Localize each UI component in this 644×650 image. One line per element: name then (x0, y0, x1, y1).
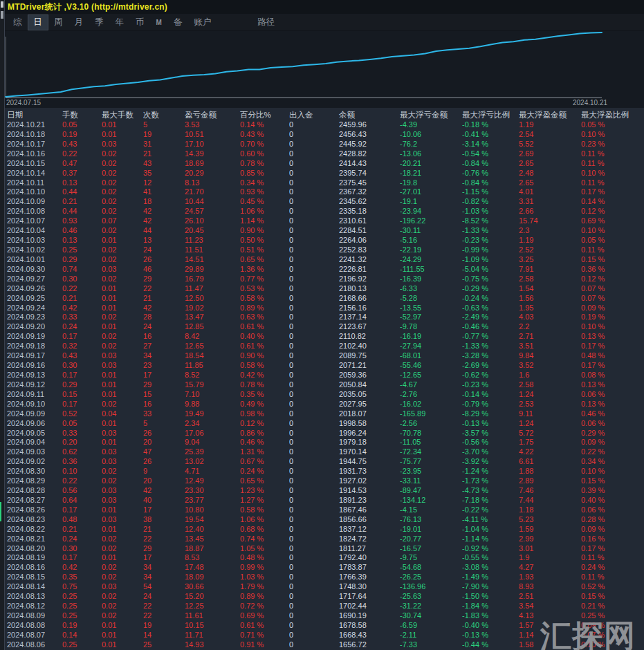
cell: 2414.43 (339, 159, 400, 169)
tab-0[interactable]: 综 (8, 15, 28, 30)
cell: -3.28 % (462, 351, 519, 361)
table-row[interactable]: 2024.08.200.300.022918.871.05 %01811.27-… (5, 544, 644, 554)
table-row[interactable]: 2024.10.040.460.024420.450.90 %02284.51-… (5, 226, 644, 236)
table-row[interactable]: 2024.10.140.370.023520.290.85 %02395.74-… (5, 169, 644, 178)
column-header[interactable]: 手数 (62, 109, 102, 120)
table-row[interactable]: 2024.09.110.150.01157.100.35 %02035.05-2… (5, 390, 644, 400)
column-header[interactable]: 余额 (339, 109, 400, 120)
table-row[interactable]: 2024.09.100.170.02169.880.49 %02027.95-1… (5, 400, 644, 409)
table-row[interactable]: 2024.10.100.440.024121.700.93 %02367.32-… (5, 187, 644, 197)
tab-m[interactable]: M (151, 17, 167, 28)
table-row[interactable]: 2024.08.140.750.035430.661.79 %01748.30-… (5, 582, 644, 592)
cell: -18.21 (400, 169, 462, 178)
table-row[interactable]: 2024.10.030.130.011311.230.50 %02264.06-… (5, 236, 644, 245)
cell: 0.40 % (581, 496, 644, 505)
daily-stats-table[interactable]: 2024.10.210.050.0153.530.14 %02459.96-4.… (5, 120, 644, 650)
cell: 15.79 (185, 380, 240, 390)
cell: 26.10 (185, 216, 240, 226)
table-row[interactable]: 2024.09.180.320.022712.650.61 %02102.40-… (5, 342, 644, 351)
cell: 0.75 (62, 582, 102, 592)
cell: 0.03 (102, 515, 143, 525)
column-header[interactable]: 最大浮盈金额 (519, 109, 581, 120)
column-header[interactable]: 最大手数 (102, 109, 143, 120)
cell: 2252.83 (339, 245, 400, 255)
cell: 15.74 (519, 216, 581, 226)
tab-5[interactable]: 年 (110, 15, 130, 30)
column-header[interactable]: 出入金 (289, 109, 339, 120)
table-row[interactable]: 2024.10.180.190.011910.510.43 %02456.43-… (5, 130, 644, 140)
table-row[interactable]: 2024.08.260.170.011710.800.58 %01867.46-… (5, 505, 644, 515)
table-row[interactable]: 2024.09.090.520.043319.490.98 %02018.07-… (5, 409, 644, 419)
table-row[interactable]: 2024.08.210.240.022213.450.74 %01824.72-… (5, 535, 644, 544)
column-header[interactable]: 盈亏金额 (185, 109, 240, 120)
cell: 0.09 % (581, 304, 644, 313)
column-header[interactable]: 最大浮亏金额 (400, 109, 462, 120)
table-row[interactable]: 2024.09.250.210.012112.500.58 %02168.66-… (5, 294, 644, 304)
table-row[interactable]: 2024.10.010.290.022614.510.65 %02241.32-… (5, 255, 644, 265)
table-row[interactable]: 2024.09.060.050.0152.340.12 %01998.58-2.… (5, 419, 644, 429)
table-row[interactable]: 2024.09.020.360.032613.020.67 %01944.75-… (5, 457, 644, 467)
table-row[interactable]: 2024.09.260.220.012211.470.53 %02180.13-… (5, 284, 644, 294)
table-row[interactable]: 2024.08.160.420.023417.480.99 %01783.87-… (5, 563, 644, 573)
tab-1[interactable]: 日 (28, 15, 48, 30)
cell: 2.99 (519, 535, 581, 544)
table-row[interactable]: 2024.10.110.130.02128.130.34 %02375.45-1… (5, 178, 644, 188)
table-row[interactable]: 2024.09.230.330.022813.470.63 %02137.14-… (5, 313, 644, 322)
table-row[interactable]: 2024.10.080.440.024224.571.06 %02335.18-… (5, 207, 644, 216)
table-row[interactable]: 2024.08.270.640.034023.771.27 %01891.23-… (5, 496, 644, 505)
table-row[interactable]: 2024.09.170.430.033418.540.90 %02089.75-… (5, 351, 644, 361)
table-row[interactable]: 2024.09.030.620.034725.391.31 %01970.14-… (5, 447, 644, 457)
path-button[interactable]: 路径 (257, 17, 275, 28)
table-row[interactable]: 2024.10.210.050.0153.530.14 %02459.96-4.… (5, 120, 644, 130)
tab-6[interactable]: 币 (130, 15, 150, 30)
column-header[interactable]: 日期 (7, 109, 62, 120)
tab-8[interactable]: 备 (168, 15, 188, 30)
table-row[interactable]: 2024.08.190.170.01178.530.48 %01792.40-9… (5, 553, 644, 563)
column-header[interactable]: 百分比% (240, 109, 289, 120)
cell: 2024.09.04 (7, 438, 62, 447)
table-row[interactable]: 2024.08.280.560.034223.301.23 %01914.53-… (5, 486, 644, 496)
cell: 1970.14 (339, 447, 400, 457)
cell: 0.33 (62, 313, 102, 322)
cell: 2.71 (519, 332, 581, 342)
table-row[interactable]: 2024.08.150.350.023418.091.03 %01766.39-… (5, 573, 644, 582)
table-row[interactable]: 2024.10.020.250.022411.510.51 %02252.83-… (5, 245, 644, 255)
title-bar[interactable]: MTDriver统计 ,V3.10 (http://mtdriver.cn) (5, 0, 644, 14)
tab-2[interactable]: 周 (48, 15, 68, 30)
table-row[interactable]: 2024.08.130.250.022415.200.89 %01717.64-… (5, 592, 644, 602)
table-row[interactable]: 2024.09.050.330.032617.060.86 %01996.24-… (5, 429, 644, 438)
cell: 0 (289, 178, 339, 188)
table-row[interactable]: 2024.09.200.240.012412.850.61 %02123.67-… (5, 322, 644, 332)
tab-9[interactable]: 账户 (188, 15, 217, 30)
table-row[interactable]: 2024.10.170.430.033117.100.70 %02445.92-… (5, 140, 644, 149)
table-row[interactable]: 2024.08.290.220.022012.490.65 %01927.02-… (5, 476, 644, 486)
table-row[interactable]: 2024.09.270.300.022916.790.77 %02196.92-… (5, 275, 644, 284)
table-row[interactable]: 2024.10.070.930.074226.101.14 %02310.61-… (5, 216, 644, 226)
tab-4[interactable]: 季 (89, 15, 109, 30)
table-row[interactable]: 2024.09.130.170.01178.520.42 %02059.36-1… (5, 371, 644, 380)
table-row[interactable]: 2024.10.160.220.022114.390.60 %02428.82-… (5, 149, 644, 159)
table-row[interactable]: 2024.10.150.470.024318.690.78 %02414.43-… (5, 159, 644, 169)
table-row[interactable]: 2024.08.120.250.022212.250.72 %01702.44-… (5, 602, 644, 611)
table-row[interactable]: 2024.09.240.420.014219.020.89 %02156.16-… (5, 304, 644, 313)
cell: 0.42 (62, 304, 102, 313)
table-row[interactable]: 2024.09.160.300.032311.850.58 %02071.21-… (5, 361, 644, 371)
table-row[interactable]: 2024.08.300.100.0294.710.24 %01931.73-23… (5, 467, 644, 476)
table-row[interactable]: 2024.09.120.290.012915.790.78 %02050.84-… (5, 380, 644, 390)
column-header[interactable]: 最大浮盈比例 (581, 109, 644, 120)
table-row[interactable]: 2024.09.040.200.01209.040.46 %01979.18-1… (5, 438, 644, 447)
cell: 0.13 % (581, 400, 644, 409)
column-header[interactable]: 次数 (143, 109, 185, 120)
table-row[interactable]: 2024.09.190.170.02168.420.40 %02110.82-1… (5, 332, 644, 342)
table-row[interactable]: 2024.08.220.210.012112.400.68 %01837.12-… (5, 525, 644, 535)
tab-3[interactable]: 月 (69, 15, 89, 30)
cell: 23 (143, 361, 185, 371)
table-row[interactable]: 2024.09.300.740.034629.891.36 %02226.81-… (5, 265, 644, 275)
cell: 2335.18 (339, 207, 400, 216)
cell: 0.51 % (240, 245, 289, 255)
cell: 0.10 (62, 467, 102, 476)
table-row[interactable]: 2024.08.230.480.033819.541.06 %01856.66-… (5, 515, 644, 525)
column-header[interactable]: 最大浮亏比例 (462, 109, 519, 120)
table-row[interactable]: 2024.10.090.210.021810.440.45 %02345.62-… (5, 197, 644, 207)
cell: 0.02 (102, 602, 143, 611)
